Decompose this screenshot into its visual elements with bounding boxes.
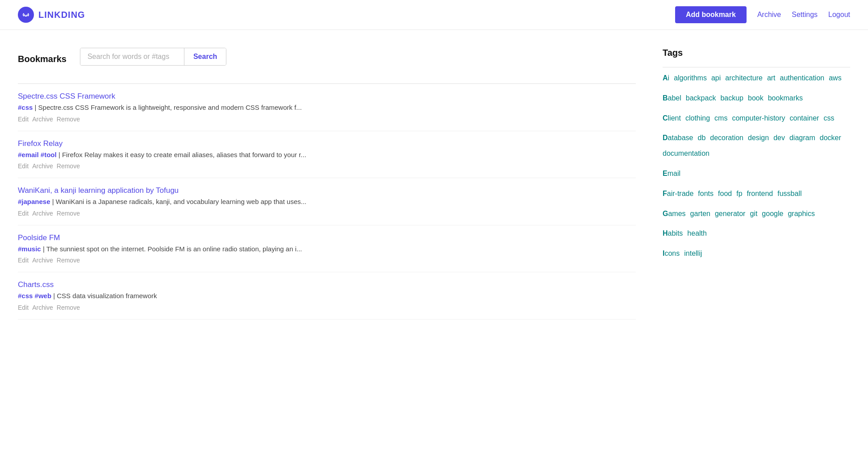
tag-computer-history[interactable]: computer-history xyxy=(732,112,785,125)
tags-row: Fair-tradefontsfoodfpfrontendfussball xyxy=(663,187,850,200)
tag-group-b: Babelbackpackbackupbookbookmarks xyxy=(663,92,850,105)
bookmark-actions: EditArchiveRemove xyxy=(18,257,636,264)
tag-fonts[interactable]: fonts xyxy=(698,187,714,200)
bookmark-tags[interactable]: #music xyxy=(18,245,43,253)
tag-intellij[interactable]: intellij xyxy=(684,247,702,260)
bookmark-actions: EditArchiveRemove xyxy=(18,304,636,311)
bookmark-action-archive[interactable]: Archive xyxy=(32,257,53,264)
bookmark-action-archive[interactable]: Archive xyxy=(32,162,53,170)
tag-food[interactable]: food xyxy=(718,187,732,200)
bookmark-tags[interactable]: #css #web xyxy=(18,292,53,300)
tags-title: Tags xyxy=(663,48,850,58)
tag-fp[interactable]: fp xyxy=(736,187,742,200)
tag-frontend[interactable]: frontend xyxy=(747,187,773,200)
logo-area[interactable]: LINKDING xyxy=(18,7,85,23)
search-input[interactable] xyxy=(80,48,184,65)
app-title: LINKDING xyxy=(38,10,85,20)
tags-row: Babelbackpackbackupbookbookmarks xyxy=(663,92,850,105)
bookmark-tags[interactable]: #japanese xyxy=(18,198,52,205)
tag-documentation[interactable]: documentation xyxy=(663,147,709,160)
tag-email[interactable]: Email xyxy=(663,167,680,180)
tags-section: Aialgorithmsapiarchitectureartauthentica… xyxy=(663,67,850,260)
tag-design[interactable]: design xyxy=(748,132,769,145)
tag-group-i: Iconsintellij xyxy=(663,247,850,260)
tag-cms[interactable]: cms xyxy=(714,112,727,125)
tag-art[interactable]: art xyxy=(767,72,776,85)
bookmark-tags[interactable]: #css xyxy=(18,104,35,111)
archive-link[interactable]: Archive xyxy=(757,11,781,19)
tag-group-d: Databasedbdecorationdesigndevdiagramdock… xyxy=(663,132,850,160)
tag-games[interactable]: Games xyxy=(663,208,686,221)
bookmark-action-remove[interactable]: Remove xyxy=(57,257,80,264)
tag-docker[interactable]: docker xyxy=(820,132,841,145)
bookmark-title[interactable]: Firefox Relay xyxy=(18,139,636,148)
tag-api[interactable]: api xyxy=(711,72,721,85)
bookmark-title[interactable]: Spectre.css CSS Framework xyxy=(18,92,636,101)
bookmark-title[interactable]: Poolside FM xyxy=(18,233,636,242)
left-column: Bookmarks Search Spectre.css CSS Framewo… xyxy=(18,48,636,320)
tags-row: Gamesgartengeneratorgitgooglegraphics xyxy=(663,208,850,221)
tag-css[interactable]: css xyxy=(823,112,834,125)
tag-google[interactable]: google xyxy=(762,208,783,221)
bookmark-action-edit[interactable]: Edit xyxy=(18,116,29,123)
tag-database[interactable]: Database xyxy=(663,132,693,145)
tag-algorithms[interactable]: algorithms xyxy=(674,72,707,85)
tag-client[interactable]: Client xyxy=(663,112,681,125)
bookmark-description: #css #web | CSS data visualization frame… xyxy=(18,291,636,301)
bookmark-action-edit[interactable]: Edit xyxy=(18,162,29,170)
tag-book[interactable]: book xyxy=(748,92,764,105)
bookmark-description: #css | Spectre.css CSS Framework is a li… xyxy=(18,103,636,113)
tag-babel[interactable]: Babel xyxy=(663,92,681,105)
bookmark-description: #email #tool | Firefox Relay makes it ea… xyxy=(18,150,636,160)
tags-row: Databasedbdecorationdesigndevdiagramdock… xyxy=(663,132,850,160)
tag-fair-trade[interactable]: Fair-trade xyxy=(663,187,693,200)
tag-architecture[interactable]: architecture xyxy=(725,72,763,85)
bookmark-action-remove[interactable]: Remove xyxy=(57,116,80,123)
tag-ai[interactable]: Ai xyxy=(663,72,669,85)
add-bookmark-button[interactable]: Add bookmark xyxy=(675,6,747,23)
bookmark-actions: EditArchiveRemove xyxy=(18,210,636,217)
tag-icons[interactable]: Icons xyxy=(663,247,680,260)
bookmark-action-edit[interactable]: Edit xyxy=(18,304,29,311)
bookmark-actions: EditArchiveRemove xyxy=(18,162,636,170)
tag-bookmarks[interactable]: bookmarks xyxy=(768,92,803,105)
settings-link[interactable]: Settings xyxy=(792,11,818,19)
bookmark-title[interactable]: WaniKani, a kanji learning application b… xyxy=(18,186,636,195)
bookmark-action-remove[interactable]: Remove xyxy=(57,162,80,170)
bookmark-action-archive[interactable]: Archive xyxy=(32,116,53,123)
tag-aws[interactable]: aws xyxy=(829,72,841,85)
bookmark-tags[interactable]: #email #tool xyxy=(18,151,58,158)
search-button[interactable]: Search xyxy=(184,48,226,65)
bookmark-action-remove[interactable]: Remove xyxy=(57,210,80,217)
tag-fussball[interactable]: fussball xyxy=(777,187,801,200)
bookmarks-title: Bookmarks xyxy=(18,54,67,64)
tag-garten[interactable]: garten xyxy=(690,208,710,221)
bookmark-item: Spectre.css CSS Framework#css | Spectre.… xyxy=(18,83,636,131)
tag-graphics[interactable]: graphics xyxy=(788,208,814,221)
bookmark-action-edit[interactable]: Edit xyxy=(18,257,29,264)
tag-clothing[interactable]: clothing xyxy=(685,112,710,125)
bookmark-action-remove[interactable]: Remove xyxy=(57,304,80,311)
tag-decoration[interactable]: decoration xyxy=(710,132,743,145)
bookmark-action-archive[interactable]: Archive xyxy=(32,304,53,311)
tag-generator[interactable]: generator xyxy=(715,208,746,221)
top-row: Bookmarks Search xyxy=(18,48,636,79)
bookmark-description: #japanese | WaniKani is a Japanese radic… xyxy=(18,197,636,207)
tag-dev[interactable]: dev xyxy=(773,132,785,145)
tag-group-c: Clientclothingcmscomputer-historycontain… xyxy=(663,112,850,125)
bookmark-action-archive[interactable]: Archive xyxy=(32,210,53,217)
tag-container[interactable]: container xyxy=(790,112,819,125)
tag-health[interactable]: health xyxy=(687,227,707,240)
bookmark-description: #music | The sunniest spot on the intern… xyxy=(18,244,636,254)
tag-db[interactable]: db xyxy=(698,132,706,145)
tag-habits[interactable]: Habits xyxy=(663,227,683,240)
tag-git[interactable]: git xyxy=(750,208,757,221)
tag-backup[interactable]: backup xyxy=(720,92,743,105)
logo-icon xyxy=(18,7,34,23)
logout-link[interactable]: Logout xyxy=(828,11,850,19)
bookmark-title[interactable]: Charts.css xyxy=(18,280,636,289)
tag-authentication[interactable]: authentication xyxy=(780,72,825,85)
tag-backpack[interactable]: backpack xyxy=(686,92,716,105)
bookmark-action-edit[interactable]: Edit xyxy=(18,210,29,217)
tag-diagram[interactable]: diagram xyxy=(789,132,815,145)
